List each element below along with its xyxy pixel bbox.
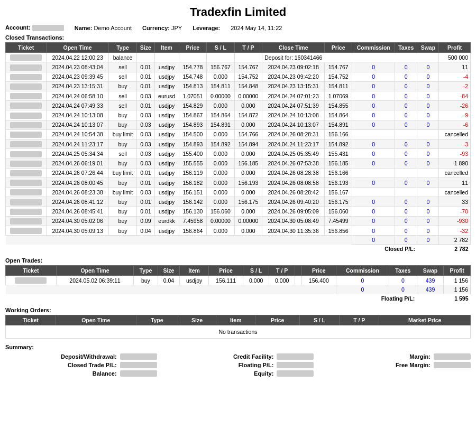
account-name: Name: Demo Account: [75, 25, 132, 31]
open-trades-header: Ticket Open Time Type Size Item Price S …: [6, 266, 471, 276]
cell-profit: 11: [439, 62, 471, 72]
cell-taxes: 0: [395, 149, 417, 158]
cell-profit: -4: [439, 72, 471, 81]
cell-ticket: [6, 178, 47, 187]
cell-open-time: 2024.04.26 08:23:38: [47, 188, 109, 197]
cell-close-time: 2024.04.24 07:51:39: [262, 101, 325, 110]
account-currency: Currency: JPY: [142, 25, 182, 31]
total-taxes: 0: [395, 236, 417, 245]
cell-size: 0.01: [137, 72, 155, 81]
cell-price: 155.555: [179, 158, 207, 168]
cell-item: usdjpy: [154, 72, 179, 81]
cell-close-time: 2024.04.24 10:13:07: [262, 120, 325, 129]
wo-col-item: Item: [216, 315, 255, 325]
cell-profit-cancelled: cancelled: [439, 129, 471, 139]
cell-type: buy: [108, 81, 136, 91]
cell-open-time: 2024.04.26 08:00:45: [47, 178, 109, 187]
cell-ticket: [6, 207, 47, 216]
cell-profit: -6: [439, 120, 471, 129]
cell-taxes: 0: [395, 72, 417, 81]
cell-profit: -32: [439, 226, 471, 236]
cell-close-price: 154.811: [324, 81, 352, 91]
cell-profit: -26: [439, 101, 471, 110]
credit-label: Credit Facility:: [162, 353, 274, 360]
cell-taxes: 0: [389, 276, 417, 285]
cell-size: 0.03: [137, 188, 155, 197]
cell-tp: 0.000: [234, 120, 262, 129]
cell-close-price: 156.175: [324, 197, 352, 207]
working-orders-header: Ticket Open Time Type Size Item Price S …: [6, 315, 471, 325]
closed-transactions-header: Ticket Open Time Type Size Item Price S …: [6, 43, 471, 53]
closed-pl-label: Closed P/L:: [6, 245, 417, 254]
cell-close-price: 154.891: [324, 120, 352, 129]
cell-price: 154.893: [179, 139, 207, 149]
cell-commission: 0: [352, 120, 395, 129]
cell-profit: 500 000: [439, 53, 471, 62]
margin-label: Margin:: [319, 353, 431, 360]
cell-profit: 11: [439, 178, 471, 187]
table-row: 2024.04.26 08:45:41 buy 0.01 usdjpy 156.…: [6, 207, 471, 216]
cell-price: 154.867: [179, 110, 207, 120]
cell-sl: 0.000: [207, 158, 235, 168]
table-row: 2024.04.25 05:34:34 sell 0.03 usdjpy 155…: [6, 149, 471, 158]
col-price: Price: [179, 43, 207, 53]
cell-close-price: 156.185: [324, 158, 352, 168]
col-commission: Commission: [352, 43, 395, 53]
cell-swap: 0: [417, 178, 439, 187]
cell-open-time: 2024.04.25 05:34:34: [47, 149, 109, 158]
cell-price: 156.864: [179, 226, 207, 236]
ot-col-price: Price: [208, 266, 243, 276]
cell-taxes: 0: [395, 197, 417, 207]
ot-col-taxes: Taxes: [389, 266, 417, 276]
account-number-blurred: [32, 25, 64, 31]
cell-tp: 0.000: [234, 207, 262, 216]
cell-commission: 0: [352, 101, 395, 110]
cell-commission: 0: [352, 91, 395, 100]
cell-price: 156.142: [179, 197, 207, 207]
cell-commission: [352, 188, 395, 197]
cell-profit: -9: [439, 110, 471, 120]
cell-close-time: 2024.04.26 08:28:42: [262, 188, 325, 197]
cell-swap: 439: [417, 276, 444, 285]
col-profit: Profit: [439, 43, 471, 53]
cell-sl: 0.000: [207, 129, 235, 139]
cell-ticket: [6, 81, 47, 91]
cell-close-time: 2024.04.30 05:08:49: [262, 216, 325, 226]
col-tp: T / P: [234, 43, 262, 53]
cell-size: 0.03: [137, 91, 155, 100]
ot-col-swap: Swap: [417, 266, 444, 276]
cell-ticket: [6, 72, 47, 81]
cell-ticket: [6, 158, 47, 168]
account-datetime: 2024 May 14, 11:22: [231, 25, 282, 31]
balance-value-blurred: [120, 370, 157, 377]
floating-pl-label: Floating P/L:: [6, 294, 417, 303]
closed-transactions-title: Closed Transactions:: [5, 34, 471, 41]
table-row: 2024.04.30 05:02:06 buy 0.09 eurdkk 7.45…: [6, 216, 471, 226]
cell-item: usdjpy: [154, 226, 179, 236]
cell-close-price: 156.167: [324, 188, 352, 197]
cell-profit-cancelled: cancelled: [439, 188, 471, 197]
cell-taxes: 0: [395, 110, 417, 120]
cell-taxes: 0: [395, 158, 417, 168]
account-label: Account:: [5, 24, 64, 31]
cell-commission: 0: [352, 197, 395, 207]
ot-total-profit: 1 156: [444, 285, 471, 294]
cell-swap: 0: [417, 120, 439, 129]
cell-commission: 0: [352, 81, 395, 91]
cell-tp: [234, 53, 262, 62]
cell-type: buy: [108, 226, 136, 236]
credit-value-blurred: [277, 353, 314, 360]
ot-totals-empty: [6, 285, 336, 294]
summary-empty: [319, 370, 471, 377]
table-row: 2024.04.26 07:26:44 buy limit 0.01 usdjp…: [6, 168, 471, 178]
cell-sl: 0.000: [207, 72, 235, 81]
cell-tp: 156.193: [234, 178, 262, 187]
cell-commission: 0: [352, 62, 395, 72]
cell-close-price: 154.864: [324, 110, 352, 120]
account-leverage: Leverage:: [193, 25, 220, 31]
wo-col-size: Size: [178, 315, 216, 325]
cell-ticket: [6, 188, 47, 197]
cell-tp: 0.000: [234, 101, 262, 110]
cell-item: usdjpy: [154, 120, 179, 129]
cell-size: [137, 53, 155, 62]
